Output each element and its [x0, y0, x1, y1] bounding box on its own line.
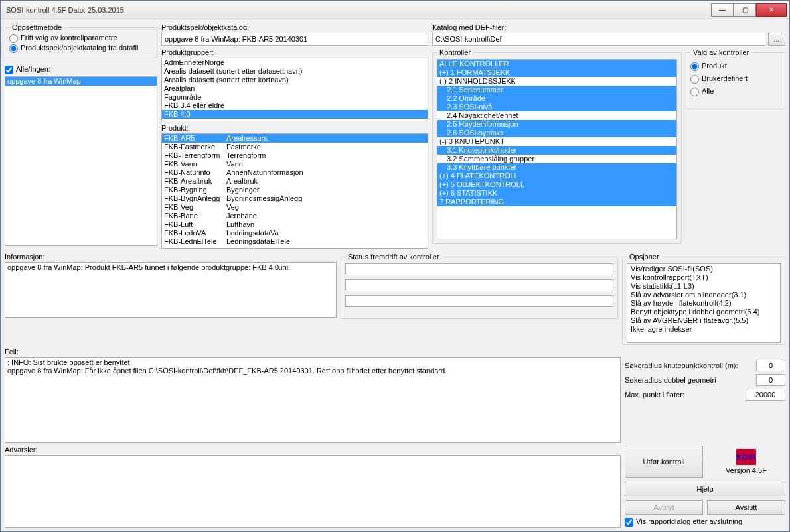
- list-item[interactable]: Benytt objekttype i dobbel geometri(5.4): [629, 308, 779, 316]
- list-item[interactable]: Slå av AVGRENSER i flateavgr.(5.5): [629, 316, 779, 325]
- sosi-logo-icon: SOSI: [736, 449, 756, 465]
- kontroller-legend: Kontroller: [437, 48, 473, 56]
- progress-bar-2: [345, 279, 613, 291]
- list-item[interactable]: Slå av høyde i flatekontroll(4.2): [629, 299, 779, 308]
- app-window: SOSI-kontroll 4.5F Dato: 25.03.2015 — ▢ …: [0, 0, 790, 532]
- oppsettmetode-legend: Oppsettmetode: [9, 23, 64, 31]
- max-punkt-input[interactable]: [746, 389, 785, 401]
- list-item[interactable]: Arealplan: [162, 84, 428, 93]
- list-item[interactable]: oppgave 8 fra WinMap: [5, 77, 157, 86]
- tree-item[interactable]: (+) 5 OBJEKTKONTROLL: [437, 180, 676, 189]
- list-item[interactable]: Vis kontrollrapport(TXT): [629, 273, 779, 282]
- tree-item[interactable]: 2.2 Område: [437, 94, 676, 103]
- logo-area: SOSI Versjon 4.5F: [707, 446, 785, 478]
- informasjon-box: oppgave 8 fra WinMap: Produkt FKB-AR5 fu…: [5, 262, 337, 318]
- tree-item[interactable]: 7 RAPPORTERING: [437, 198, 676, 206]
- browse-button[interactable]: ...: [768, 33, 785, 46]
- kontroller-group: Kontroller ALLE KONTROLLER(+) 1 FORMATSJ…: [432, 48, 682, 244]
- list-item[interactable]: Arealis datasett (sortert etter kortnavn…: [162, 76, 428, 84]
- advarsler-box: [5, 455, 621, 528]
- tree-item[interactable]: 3.3 Knyttbare punkter: [437, 163, 676, 172]
- opsjoner-listbox[interactable]: Vis/rediger SOSI-fil(SOS)Vis kontrollrap…: [627, 263, 781, 343]
- avbryt-button[interactable]: Avbryt: [625, 500, 703, 515]
- produktgrupper-label: Produktgrupper:: [161, 48, 428, 56]
- list-item[interactable]: AdmEnheterNorge: [162, 58, 428, 67]
- tree-item[interactable]: (+) 6 STATISTIKK: [437, 189, 676, 198]
- list-item[interactable]: FKB 4.0: [162, 110, 428, 119]
- list-item[interactable]: Slå av advarsler om blindnoder(3.1): [629, 291, 779, 299]
- list-item[interactable]: FKB-VannVann: [162, 160, 428, 168]
- def-path-input[interactable]: [432, 33, 765, 46]
- progress-bar-3: [345, 295, 613, 307]
- produktspek-label: Produktspek/objektkatalog:: [161, 23, 428, 31]
- opsjoner-legend: Opsjoner: [627, 253, 662, 261]
- progress-bar-1: [345, 263, 613, 275]
- list-item[interactable]: FKB-VegVeg: [162, 203, 428, 212]
- valg-legend: Valg av kontroller: [690, 48, 751, 56]
- list-item[interactable]: FKB-AR5Arealressurs: [162, 134, 428, 143]
- window-title: SOSI-kontroll 4.5F Dato: 25.03.2015: [6, 6, 711, 14]
- produktgrupper-listbox[interactable]: AdmEnheterNorgeArealis datasett (sortert…: [161, 58, 428, 121]
- list-item[interactable]: FKB-BaneJernbane: [162, 212, 428, 220]
- list-item[interactable]: FKB-NaturinfoAnnenNaturinformasjon: [162, 168, 428, 177]
- list-item[interactable]: Arealis datasett (sortert etter datasett…: [162, 67, 428, 76]
- close-button[interactable]: ✕: [756, 3, 787, 17]
- vis-rapportdialog-checkbox[interactable]: Vis rapportdialog etter avslutning: [625, 517, 742, 525]
- list-item[interactable]: FKB-ArealbrukArealbruk: [162, 177, 428, 186]
- opsjoner-group: Opsjoner Vis/rediger SOSI-fil(SOS)Vis ko…: [622, 253, 785, 345]
- list-item[interactable]: Ikke lagre indekser: [629, 325, 779, 334]
- minimize-button[interactable]: —: [711, 3, 734, 17]
- tree-item[interactable]: 2.5 Høydeinformasjon: [437, 120, 676, 129]
- tree-item[interactable]: 2.4 Nøyaktighet/enhet: [437, 111, 676, 120]
- list-item[interactable]: FKB-BygnAnleggBygningsmessigAnlegg: [162, 194, 428, 203]
- list-item[interactable]: FKB-FastmerkeFastmerke: [162, 143, 428, 151]
- tree-item[interactable]: 2.3 SOSI-nivå: [437, 103, 676, 111]
- tree-item[interactable]: 3.1 Knutepunkt/noder: [437, 146, 676, 155]
- kontroller-tree[interactable]: ALLE KONTROLLER(+) 1 FORMATSJEKK(-) 2 IN…: [437, 59, 677, 239]
- files-listbox[interactable]: oppgave 8 fra WinMap: [5, 76, 157, 246]
- radio-produkt[interactable]: Produkt: [690, 62, 781, 72]
- informasjon-label: Informasjon:: [5, 253, 337, 261]
- avslutt-button[interactable]: Avslutt: [707, 500, 785, 515]
- radio-alle[interactable]: Alle: [690, 87, 781, 97]
- hjelp-button[interactable]: Hjelp: [625, 482, 785, 496]
- tree-item[interactable]: (-) 3 KNUTEPUNKT: [437, 137, 676, 146]
- version-label: Versjon 4.5F: [726, 466, 767, 474]
- maximize-button[interactable]: ▢: [734, 3, 756, 17]
- produktspek-input[interactable]: [161, 33, 428, 46]
- status-group: Status fremdrift av kontroller: [341, 253, 618, 319]
- list-item[interactable]: Vis statistikk(L1-L3): [629, 282, 779, 291]
- tree-item[interactable]: (-) 2 INNHOLDSSJEKK: [437, 77, 676, 86]
- radio-produktspek[interactable]: Produktspek/objektkatalog fra datafil: [9, 44, 138, 52]
- valg-kontroller-group: Valg av kontroller Produkt Brukerdefiner…: [686, 48, 785, 109]
- list-item[interactable]: FKB-LuftLufthavn: [162, 220, 428, 229]
- oppsettmetode-group: Oppsettmetode Fritt valg av kontrollpara…: [5, 23, 157, 58]
- tree-item[interactable]: 2.1 Serienummer: [437, 86, 676, 94]
- sokeradius-dobbel-input[interactable]: [756, 374, 785, 386]
- alle-ingen-checkbox[interactable]: Alle/Ingen:: [5, 65, 50, 73]
- advarsler-label: Advarsler:: [5, 446, 621, 454]
- def-label: Katalog med DEF-filer:: [432, 23, 785, 31]
- feil-box: : INFO: Sist brukte oppsett er benyttet …: [5, 357, 621, 443]
- sokeradius-knutepunkt-input[interactable]: [756, 360, 785, 371]
- list-item[interactable]: Vis/rediger SOSI-fil(SOS): [629, 265, 779, 273]
- list-item[interactable]: FKB-TerrengformTerrengform: [162, 151, 428, 160]
- tree-item[interactable]: 2.6 SOSI-syntaks: [437, 129, 676, 137]
- radio-fritt-valg[interactable]: Fritt valg av kontrollparametre: [9, 34, 118, 42]
- tree-item[interactable]: ALLE KONTROLLER: [437, 60, 676, 68]
- list-item[interactable]: FKB-LednElTeleLedningsdataElTele: [162, 237, 428, 246]
- produkt-label: Produkt:: [161, 124, 428, 132]
- utfor-kontroll-button[interactable]: Utfør kontroll: [625, 446, 703, 478]
- tree-item[interactable]: (+) 1 FORMATSJEKK: [437, 68, 676, 77]
- tree-item[interactable]: 3.2 Sammenslåing grupper: [437, 155, 676, 163]
- status-legend: Status fremdrift av kontroller: [345, 253, 442, 261]
- max-punkt-label: Max. punkt i flater:: [625, 391, 743, 399]
- list-item[interactable]: FKB-BygningBygninger: [162, 186, 428, 194]
- radio-brukerdefinert[interactable]: Brukerdefinert: [690, 74, 781, 84]
- list-item[interactable]: FKB-LednVALedningsdataVa: [162, 229, 428, 237]
- list-item[interactable]: FKB 3.4 eller eldre: [162, 101, 428, 110]
- list-item[interactable]: Fagområde: [162, 93, 428, 101]
- produkt-listbox[interactable]: FKB-AR5ArealressursFKB-FastmerkeFastmerk…: [161, 133, 428, 249]
- sokeradius-dobbel-label: Søkeradius dobbel geometri: [625, 376, 753, 384]
- tree-item[interactable]: (+) 4 FLATEKONTROLL: [437, 172, 676, 180]
